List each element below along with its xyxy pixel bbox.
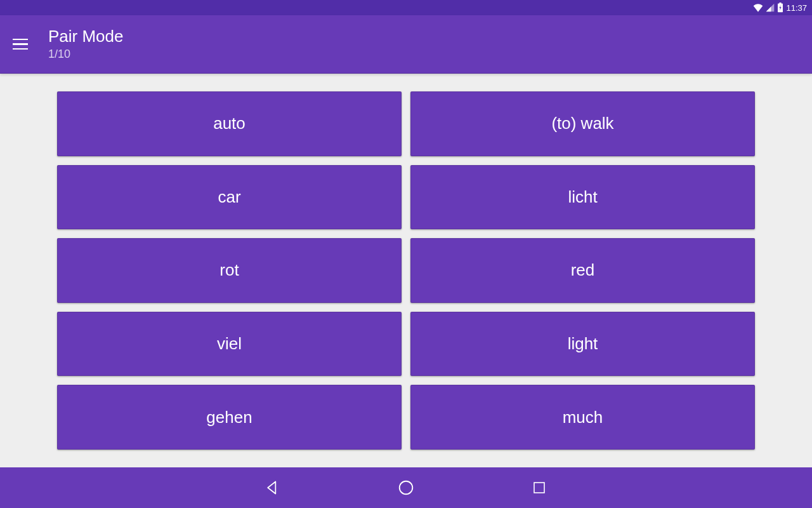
- svg-rect-3: [534, 483, 544, 493]
- card-grid: auto (to) walk car licht rot red viel li…: [0, 74, 812, 467]
- card-label: (to) walk: [551, 114, 613, 133]
- card-right-2[interactable]: red: [410, 238, 755, 303]
- app-bar-titles: Pair Mode 1/10: [48, 27, 124, 62]
- card-label: much: [563, 408, 603, 427]
- cell-signal-icon: [766, 3, 775, 12]
- status-bar: 11:37: [0, 0, 812, 15]
- card-left-1[interactable]: car: [57, 165, 402, 230]
- card-right-4[interactable]: much: [410, 385, 755, 450]
- app-bar: Pair Mode 1/10: [0, 15, 812, 74]
- card-label: gehen: [206, 408, 252, 427]
- svg-rect-1: [780, 3, 782, 4]
- page-title: Pair Mode: [48, 27, 124, 46]
- card-label: viel: [217, 334, 242, 354]
- back-button[interactable]: [263, 478, 282, 497]
- page-subtitle: 1/10: [48, 48, 124, 62]
- card-left-3[interactable]: viel: [57, 312, 402, 377]
- card-label: auto: [213, 114, 246, 133]
- card-left-2[interactable]: rot: [57, 238, 402, 303]
- card-label: light: [568, 334, 598, 354]
- card-right-3[interactable]: light: [410, 312, 755, 377]
- status-time: 11:37: [786, 3, 807, 13]
- nav-bar: [0, 467, 812, 508]
- home-button[interactable]: [396, 478, 416, 497]
- card-label: red: [571, 260, 595, 280]
- card-label: licht: [568, 187, 597, 207]
- card-left-4[interactable]: gehen: [57, 385, 402, 450]
- wifi-icon: [753, 3, 763, 12]
- recent-apps-button[interactable]: [530, 478, 549, 497]
- card-left-0[interactable]: auto: [57, 91, 402, 156]
- battery-charging-icon: [777, 3, 783, 13]
- card-label: rot: [219, 260, 239, 280]
- card-label: car: [218, 187, 240, 207]
- card-right-0[interactable]: (to) walk: [410, 91, 755, 156]
- card-right-1[interactable]: licht: [410, 165, 755, 230]
- menu-icon[interactable]: [13, 36, 30, 53]
- svg-point-2: [400, 481, 413, 495]
